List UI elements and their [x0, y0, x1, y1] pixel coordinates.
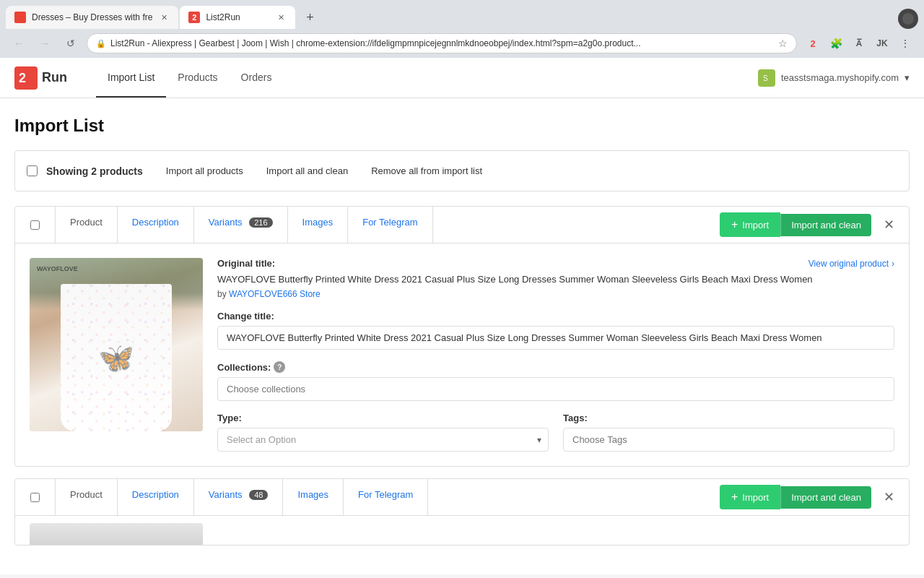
collections-label: Collections: ? — [217, 361, 894, 373]
svg-text:2: 2 — [19, 71, 26, 85]
top-nav: 2 Run Import List Products Orders S teas… — [0, 58, 924, 98]
import-all-clean-button[interactable]: Import all and clean — [255, 160, 359, 182]
reload-button[interactable]: ↺ — [61, 33, 81, 53]
variants-badge-2: 48 — [249, 490, 268, 500]
tab-gmail-title: Dresses – Buy Dresses with fre — [32, 12, 152, 22]
plus-icon-1: + — [731, 218, 738, 231]
menu-icon[interactable]: ⋮ — [895, 33, 915, 53]
nav-orders[interactable]: Orders — [230, 59, 284, 98]
product-1-tab-variants[interactable]: Variants 216 — [194, 207, 288, 243]
profile-circle — [898, 9, 918, 29]
product-2-tab-product[interactable]: Product — [56, 479, 118, 515]
new-tab-button[interactable]: + — [300, 7, 320, 27]
product-watermark: WAYOFLOVE — [37, 265, 78, 272]
url-text: List2Run - Aliexpress | Gearbest | Joom … — [110, 38, 774, 48]
tab-gmail-close[interactable]: ✕ — [158, 12, 170, 23]
product-checkbox-cell-2 — [15, 479, 56, 515]
product-card-2: Product Description Variants 48 Images F… — [14, 478, 910, 545]
shopify-chevron-icon: ▾ — [905, 72, 910, 83]
type-col: Type: Select an Option ▾ — [217, 413, 549, 452]
lock-icon: 🔒 — [96, 39, 106, 48]
url-bar[interactable]: 🔒 List2Run - Aliexpress | Gearbest | Joo… — [87, 33, 797, 53]
product-1-tab-description[interactable]: Description — [118, 207, 194, 243]
product-checkbox-cell-1 — [15, 207, 56, 243]
product-1-body: 🦋 WAYOFLOVE Original title: View origina… — [15, 243, 909, 466]
seller-info: by WAYOFLOVE666 Store — [217, 289, 894, 299]
app: 2 Run Import List Products Orders S teas… — [0, 58, 924, 574]
product-2-remove-button[interactable]: ✕ — [877, 486, 900, 509]
collections-input[interactable] — [217, 377, 894, 401]
product-1-image: 🦋 WAYOFLOVE — [30, 258, 203, 431]
import-all-products-button[interactable]: Import all products — [154, 160, 255, 182]
page-title: Import List — [14, 116, 910, 136]
nav-import-list[interactable]: Import List — [96, 59, 166, 98]
chevron-right-icon: › — [892, 259, 894, 269]
bookmark-icon[interactable]: ☆ — [778, 38, 788, 49]
extensions-icon[interactable]: 🧩 — [826, 33, 846, 53]
product-1-import-clean-button[interactable]: Import and clean — [780, 214, 871, 236]
logo-icon: 2 — [14, 66, 38, 90]
product-1-collections-field: Collections: ? — [217, 361, 894, 401]
address-bar: ← → ↺ 🔒 List2Run - Aliexpress | Gearbest… — [0, 29, 924, 58]
product-2-tab-images[interactable]: Images — [283, 479, 344, 515]
collections-help-icon[interactable]: ? — [274, 361, 285, 373]
seller-link[interactable]: WAYOFLOVE666 Store — [229, 289, 321, 299]
remove-all-button[interactable]: Remove all from import list — [359, 160, 494, 182]
browser-actions: 2 🧩 A̅ JK ⋮ — [803, 33, 915, 53]
product-2-tab-description[interactable]: Description — [118, 479, 194, 515]
original-title-value: WAYOFLOVE Butterfly Printed White Dress … — [217, 273, 894, 286]
tab-gmail[interactable]: Dresses – Buy Dresses with fre ✕ — [6, 6, 178, 29]
product-2-image-partial — [30, 523, 203, 545]
jk-profile[interactable]: JK — [872, 33, 892, 53]
tags-label: Tags: — [563, 413, 894, 423]
product-1-actions: + Import Import and clean ✕ — [711, 207, 909, 243]
change-title-input[interactable] — [217, 326, 894, 350]
plus-icon-2: + — [731, 491, 738, 504]
product-1-tab-images[interactable]: Images — [288, 207, 349, 243]
product-1-change-title-field: Change title: — [217, 311, 894, 350]
product-1-tab-product[interactable]: Product — [56, 207, 118, 243]
view-original-link[interactable]: View original product › — [808, 259, 894, 269]
shopify-account-name: teasstsmaga.myshopify.com — [781, 72, 899, 83]
tab-bar: Dresses – Buy Dresses with fre ✕ 2 List2… — [0, 0, 924, 29]
tab-l2r-title: List2Run — [206, 12, 269, 22]
svg-point-0 — [902, 13, 914, 25]
tab-l2r[interactable]: 2 List2Run ✕ — [180, 6, 295, 29]
logo-text: Run — [42, 70, 67, 85]
translate-icon[interactable]: A̅ — [849, 33, 869, 53]
shopify-icon: S — [758, 69, 775, 87]
product-1-checkbox[interactable] — [30, 220, 40, 230]
product-tabs-2: Product Description Variants 48 Images F… — [15, 479, 909, 516]
logo: 2 Run — [14, 66, 67, 90]
back-button[interactable]: ← — [9, 33, 29, 53]
product-1-import-button[interactable]: + Import — [720, 212, 780, 237]
tab-l2r-close[interactable]: ✕ — [275, 12, 287, 23]
product-2-actions: + Import Import and clean ✕ — [711, 479, 909, 515]
variants-badge-1: 216 — [249, 217, 272, 228]
shopify-account[interactable]: S teasstsmaga.myshopify.com ▾ — [758, 69, 910, 87]
product-2-partial-body — [15, 516, 909, 545]
product-2-tab-variants[interactable]: Variants 48 — [194, 479, 284, 515]
forward-button[interactable]: → — [35, 33, 55, 53]
nav-products[interactable]: Products — [166, 59, 229, 98]
showing-products-label: Showing 2 products — [46, 165, 143, 177]
product-2-checkbox[interactable] — [30, 493, 40, 502]
product-1-details: Original title: View original product › … — [217, 258, 894, 452]
tags-col: Tags: — [563, 413, 894, 452]
product-2-import-clean-button[interactable]: Import and clean — [780, 486, 871, 509]
tags-input[interactable] — [563, 428, 894, 452]
type-select[interactable]: Select an Option — [217, 428, 549, 452]
original-title-label: Original title: — [217, 258, 275, 269]
svg-text:S: S — [763, 74, 768, 82]
product-2-tab-telegram[interactable]: For Telegram — [344, 479, 428, 515]
product-1-original-title-field: Original title: View original product › … — [217, 258, 894, 299]
nav-links: Import List Products Orders — [96, 59, 283, 98]
l2r-ext-icon[interactable]: 2 — [803, 33, 823, 53]
product-card-1: Product Description Variants 216 Images … — [14, 206, 910, 467]
product-2-import-button[interactable]: + Import — [720, 485, 780, 509]
type-tags-row: Type: Select an Option ▾ Tags: — [217, 413, 894, 452]
product-tabs-1: Product Description Variants 216 Images … — [15, 207, 909, 243]
product-1-remove-button[interactable]: ✕ — [877, 213, 900, 236]
product-1-tab-telegram[interactable]: For Telegram — [348, 207, 432, 243]
select-all-checkbox[interactable] — [27, 165, 38, 176]
